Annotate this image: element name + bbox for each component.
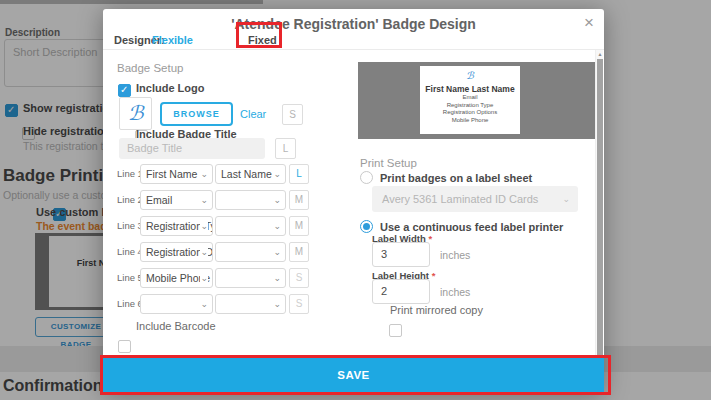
chevron-down-icon: ⌄	[200, 165, 208, 183]
include-barcode-checkbox[interactable]	[118, 340, 131, 353]
badge-title-input[interactable]: Badge Title	[119, 138, 265, 159]
height-unit: inches	[440, 286, 470, 298]
print-setup-heading: Print Setup	[360, 157, 417, 169]
modal-scrollbar[interactable]: ▲ ▼	[595, 50, 603, 363]
line-label: Line 1	[117, 164, 143, 184]
line6-field1-select[interactable]: ⌄	[140, 294, 213, 314]
preview-line: Registration Type	[420, 102, 520, 110]
script-b-logo-icon: ℬ	[128, 102, 144, 124]
line6-size-badge[interactable]: S	[289, 294, 309, 314]
continuous-feed-radio-label: Use a continuous feed label printer	[380, 221, 563, 233]
select-value: Email	[146, 194, 172, 206]
chevron-down-icon: ⌄	[562, 186, 570, 212]
chevron-down-icon: ⌄	[200, 295, 208, 313]
label-height-input[interactable]: 2	[372, 279, 430, 304]
select-value: First Name	[146, 168, 197, 180]
scrollbar-thumb[interactable]	[597, 59, 603, 355]
chevron-down-icon: ⌄	[200, 269, 208, 287]
line-label: Line 3	[117, 216, 143, 236]
chevron-down-icon: ⌄	[273, 191, 281, 209]
preview-line: Mobile Phone	[420, 117, 520, 125]
label-width-input[interactable]: 3	[372, 242, 430, 267]
line4-field2-select[interactable]: ⌄	[215, 242, 286, 262]
line-row: Line 3 Registration Type⌄ ⌄ M	[103, 216, 333, 236]
clear-link[interactable]: Clear	[240, 108, 266, 120]
line-row: Line 2 Email⌄ ⌄ M	[103, 190, 333, 210]
tab-fixed[interactable]: Fixed	[248, 34, 277, 46]
close-icon[interactable]: ×	[584, 14, 594, 31]
select-value: Last Name	[221, 168, 272, 180]
line4-size-badge[interactable]: M	[289, 242, 309, 262]
chevron-down-icon: ⌄	[273, 295, 281, 313]
label-sheet-radio-label: Print badges on a label sheet	[380, 172, 532, 184]
chevron-down-icon: ⌄	[273, 165, 281, 183]
line1-size-badge[interactable]: L	[289, 164, 309, 184]
line-label: Line 4	[117, 242, 143, 262]
line-row: Line 1 First Name⌄ Last Name⌄ L	[103, 164, 333, 184]
line2-field1-select[interactable]: Email⌄	[140, 190, 213, 210]
preview-logo-icon: ℬ	[420, 70, 520, 82]
line2-size-badge[interactable]: M	[289, 190, 309, 210]
print-mirrored-label: Print mirrored copy	[390, 304, 483, 316]
line5-field2-select[interactable]: ⌄	[215, 268, 286, 288]
line4-field1-select[interactable]: Registration Options⌄	[140, 242, 213, 262]
line1-field1-select[interactable]: First Name⌄	[140, 164, 213, 184]
line1-field2-select[interactable]: Last Name⌄	[215, 164, 286, 184]
label-sheet-radio[interactable]	[360, 171, 373, 184]
preview-line: Registration Options	[420, 109, 520, 117]
active-tab-underline	[245, 46, 274, 48]
modal-title: 'Atendee Registration' Badge Design	[103, 16, 604, 32]
line-row: Line 5 Mobile Phone⌄ ⌄ S	[103, 268, 333, 288]
line-row: Line 6 ⌄ ⌄ S	[103, 294, 333, 314]
logo-size-badge[interactable]: S	[282, 104, 303, 125]
badge-setup-heading: Badge Setup	[117, 62, 184, 74]
chevron-down-icon: ⌄	[200, 217, 208, 235]
badge-design-modal: 'Atendee Registration' Badge Design × De…	[103, 9, 604, 392]
line6-field2-select[interactable]: ⌄	[215, 294, 286, 314]
preview-line: Email	[420, 94, 520, 102]
line-label: Line 6	[117, 294, 143, 314]
chevron-down-icon: ⌄	[200, 243, 208, 261]
save-button[interactable]: SAVE	[103, 358, 604, 392]
badge-title-placeholder: Badge Title	[127, 142, 182, 154]
logo-thumbnail: ℬ	[119, 97, 152, 130]
line-label: Line 2	[117, 190, 143, 210]
badge-preview-area: ℬ First Name Last Name Email Registratio…	[358, 62, 600, 139]
include-logo-label: Include Logo	[136, 82, 204, 94]
line3-size-badge[interactable]: M	[289, 216, 309, 236]
preview-name: First Name Last Name	[420, 84, 520, 94]
line3-field2-select[interactable]: ⌄	[215, 216, 286, 236]
header-divider	[103, 49, 604, 50]
badge-title-size-badge[interactable]: L	[275, 138, 296, 159]
browse-button[interactable]: BROWSE	[160, 102, 233, 126]
line-row: Line 4 Registration Options⌄ ⌄ M	[103, 242, 333, 262]
required-star: *	[432, 270, 436, 281]
line3-field1-select[interactable]: Registration Type⌄	[140, 216, 213, 236]
tab-flexible[interactable]: Flexible	[152, 34, 193, 46]
include-barcode-label: Include Barcode	[136, 320, 216, 332]
line-label: Line 5	[117, 268, 143, 288]
width-unit: inches	[440, 249, 470, 261]
line5-size-badge[interactable]: S	[289, 268, 309, 288]
chevron-down-icon: ⌄	[200, 191, 208, 209]
chevron-down-icon: ⌄	[273, 217, 281, 235]
line5-field1-select[interactable]: Mobile Phone⌄	[140, 268, 213, 288]
select-value: Avery 5361 Laminated ID Cards	[382, 193, 538, 205]
chevron-down-icon: ⌄	[273, 269, 281, 287]
chevron-down-icon: ⌄	[273, 243, 281, 261]
scroll-up-icon[interactable]: ▲	[596, 51, 604, 57]
print-mirrored-checkbox[interactable]	[389, 324, 402, 337]
line2-field2-select[interactable]: ⌄	[215, 190, 286, 210]
continuous-feed-radio[interactable]	[360, 220, 373, 233]
include-logo-checkbox[interactable]: ✓	[118, 84, 131, 97]
badge-preview-card: ℬ First Name Last Name Email Registratio…	[420, 66, 520, 134]
check-icon: ✓	[120, 84, 128, 95]
label-sheet-select[interactable]: Avery 5361 Laminated ID Cards ⌄	[372, 186, 578, 212]
